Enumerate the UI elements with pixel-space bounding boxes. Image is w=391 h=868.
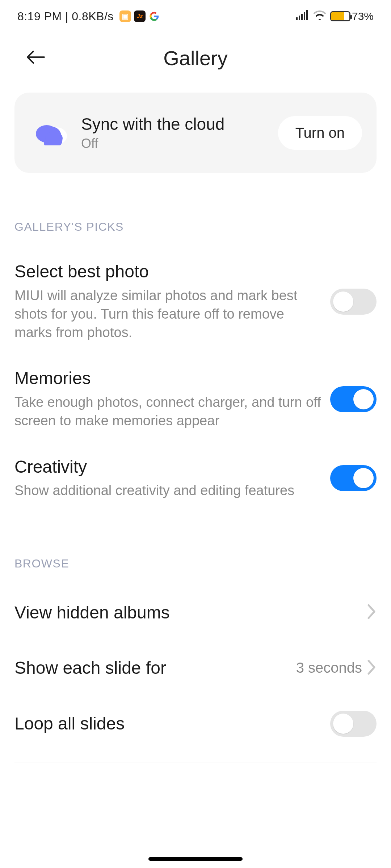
nav-indicator: [148, 857, 243, 861]
setting-title: View hidden albums: [14, 598, 360, 627]
section-header-browse: BROWSE: [0, 528, 391, 585]
toggle-best-photo[interactable]: [330, 289, 377, 315]
wifi-icon: [313, 9, 327, 23]
setting-hidden-albums[interactable]: View hidden albums: [0, 585, 391, 641]
svg-point-8: [45, 132, 63, 145]
sync-title: Sync with the cloud: [81, 114, 278, 134]
sync-status: Off: [81, 136, 278, 151]
setting-memories[interactable]: Memories Take enough photos, connect cha…: [0, 355, 391, 443]
svg-rect-3: [304, 12, 305, 20]
notification-app1-icon: ▣: [119, 10, 131, 22]
toggle-creativity[interactable]: [330, 465, 377, 491]
setting-select-best-photo[interactable]: Select best photo MIUI will analyze simi…: [0, 248, 391, 355]
battery-icon: [330, 11, 350, 21]
page-title: Gallery: [22, 46, 369, 70]
svg-rect-2: [301, 14, 303, 20]
setting-title: Select best photo: [14, 261, 323, 282]
sync-card: Sync with the cloud Off Turn on: [14, 93, 377, 173]
battery-percent: 73%: [352, 10, 374, 22]
svg-rect-1: [299, 16, 300, 20]
setting-value: 3 seconds: [296, 660, 362, 676]
setting-title: Memories: [14, 368, 323, 389]
status-time: 8:19 PM | 0.8KB/s: [17, 10, 114, 23]
svg-rect-0: [296, 17, 298, 20]
status-bar: 8:19 PM | 0.8KB/s ▣ Jz: [0, 0, 391, 33]
turn-on-button[interactable]: Turn on: [278, 116, 362, 150]
setting-desc: Take enough photos, connect charger, and…: [14, 393, 323, 430]
setting-title: Show each slide for: [14, 653, 289, 683]
toggle-memories[interactable]: [330, 386, 377, 412]
cloud-icon: [30, 120, 70, 145]
section-header-picks: GALLERY'S PICKS: [0, 191, 391, 248]
app-bar: Gallery: [0, 33, 391, 83]
setting-desc: MIUI will analyze similar photos and mar…: [14, 286, 323, 342]
setting-desc: Show additional creativity and editing f…: [14, 481, 323, 500]
toggle-loop-slides[interactable]: [330, 711, 377, 737]
back-button[interactable]: [25, 50, 46, 66]
cellular-signal-icon: [296, 9, 309, 23]
divider: [14, 762, 377, 762]
chevron-right-icon: [367, 604, 377, 621]
setting-creativity[interactable]: Creativity Show additional creativity an…: [0, 443, 391, 513]
setting-slideshow-duration[interactable]: Show each slide for 3 seconds: [0, 640, 391, 696]
svg-rect-4: [306, 10, 308, 20]
notification-app2-icon: Jz: [134, 10, 146, 22]
setting-title: Loop all slides: [14, 709, 323, 739]
google-icon: [148, 10, 160, 22]
setting-title: Creativity: [14, 456, 323, 477]
chevron-right-icon: [367, 659, 377, 677]
setting-loop-slides[interactable]: Loop all slides: [0, 696, 391, 752]
